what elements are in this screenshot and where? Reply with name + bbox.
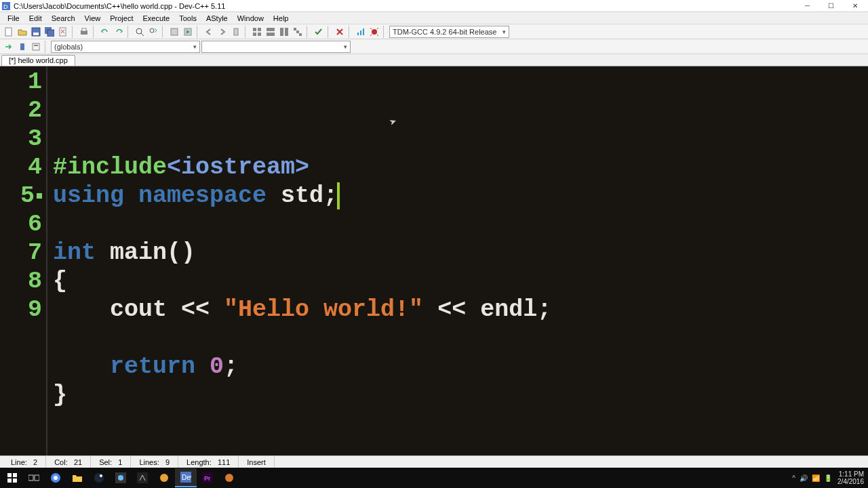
- debug-button[interactable]: [368, 26, 380, 38]
- toolbar-classes: (globals): [0, 39, 868, 54]
- back-button[interactable]: [203, 26, 215, 38]
- svg-rect-26: [357, 33, 359, 35]
- toolbar-separator: [307, 26, 310, 38]
- close-file-button[interactable]: [57, 26, 69, 38]
- tray-chevron-icon[interactable]: ^: [792, 474, 795, 482]
- save-button[interactable]: [30, 26, 42, 38]
- maximize-button[interactable]: ☐: [819, 0, 843, 12]
- cursor-icon: ➤: [385, 108, 402, 137]
- svg-point-41: [94, 473, 104, 483]
- check-button[interactable]: [313, 26, 325, 38]
- print-button[interactable]: [78, 26, 90, 38]
- tray-battery-icon[interactable]: 🔋: [824, 474, 832, 482]
- compiler-select[interactable]: TDM-GCC 4.9.2 64-bit Release: [389, 26, 509, 38]
- svg-point-42: [100, 474, 102, 477]
- tray-network-icon[interactable]: 📶: [812, 474, 820, 482]
- open-button[interactable]: [16, 26, 28, 38]
- find-button[interactable]: [134, 26, 146, 38]
- menu-search[interactable]: Search: [47, 13, 80, 24]
- file-tab[interactable]: [*] hello world.cpp: [1, 55, 75, 66]
- app-icon: D: [1, 1, 11, 11]
- devcpp-taskbar-icon[interactable]: Dev: [175, 468, 197, 487]
- menu-edit[interactable]: Edit: [24, 13, 47, 24]
- stop-button[interactable]: [334, 26, 346, 38]
- app3-icon[interactable]: [153, 468, 175, 487]
- task-view-button[interactable]: [23, 468, 45, 487]
- menu-view[interactable]: View: [80, 13, 106, 24]
- toolbar-main: TDM-GCC 4.9.2 64-bit Release: [0, 24, 868, 39]
- grid1-icon[interactable]: [251, 26, 263, 38]
- bookmark-button[interactable]: [230, 26, 242, 38]
- premiere-icon[interactable]: Pr: [197, 468, 218, 487]
- forward-button[interactable]: [216, 26, 229, 38]
- app1-icon[interactable]: [110, 468, 132, 487]
- goto-button[interactable]: [3, 41, 15, 53]
- profile-button[interactable]: [355, 26, 367, 38]
- toolbar-separator: [383, 26, 387, 38]
- svg-rect-28: [363, 28, 364, 35]
- start-button[interactable]: [1, 468, 23, 487]
- taskbar: Dev Pr ^ 🔊 📶 🔋 1:11 PM 2/4/2016: [0, 468, 868, 488]
- compile-button[interactable]: [168, 26, 180, 38]
- status-length: Length: 111: [178, 456, 239, 468]
- redo-button[interactable]: [113, 26, 125, 38]
- svg-rect-14: [234, 28, 238, 35]
- new-file-button[interactable]: [3, 26, 15, 38]
- svg-point-44: [118, 475, 123, 481]
- grid2-icon[interactable]: [264, 26, 277, 38]
- svg-point-40: [54, 476, 58, 480]
- svg-rect-16: [258, 28, 261, 31]
- svg-rect-22: [285, 28, 288, 36]
- svg-rect-9: [82, 28, 86, 31]
- status-mode: Insert: [239, 456, 275, 468]
- toolbar-separator: [245, 26, 248, 38]
- window-title: C:\Users\Jacob\Documents\C++\hello world…: [14, 2, 795, 10]
- app2-icon[interactable]: [132, 468, 153, 487]
- scope-select[interactable]: (globals): [51, 41, 200, 53]
- chrome-icon[interactable]: [45, 468, 66, 487]
- menu-file[interactable]: File: [3, 13, 24, 24]
- line-gutter: 123456789: [0, 66, 47, 455]
- bookmark2-button[interactable]: [16, 41, 28, 53]
- svg-rect-19: [267, 28, 275, 31]
- svg-rect-23: [294, 28, 296, 30]
- tray-volume-icon[interactable]: 🔊: [800, 474, 808, 482]
- minimize-button[interactable]: ─: [795, 0, 819, 12]
- menu-execute[interactable]: Execute: [138, 13, 174, 24]
- steam-icon[interactable]: [88, 468, 110, 487]
- run-button[interactable]: [182, 26, 194, 38]
- svg-rect-4: [33, 33, 39, 35]
- menu-project[interactable]: Project: [105, 13, 138, 24]
- svg-rect-18: [258, 33, 261, 36]
- undo-button[interactable]: [99, 26, 111, 38]
- window-controls: ─ ☐ ✕: [795, 0, 867, 12]
- code-area[interactable]: ➤ #include<iostream>using namespace std;…: [47, 66, 868, 455]
- taskbar-clock[interactable]: 1:11 PM 2/4/2016: [837, 470, 867, 485]
- replace-button[interactable]: [147, 26, 159, 38]
- menu-tools[interactable]: Tools: [174, 13, 201, 24]
- status-line: Line: 2: [3, 456, 46, 468]
- svg-rect-37: [28, 475, 33, 481]
- svg-point-51: [225, 474, 233, 482]
- app4-icon[interactable]: [218, 468, 240, 487]
- member-select[interactable]: [201, 41, 351, 53]
- system-tray[interactable]: ^ 🔊 📶 🔋: [787, 474, 837, 482]
- menu-window[interactable]: Window: [233, 13, 269, 24]
- grid3-icon[interactable]: [278, 26, 290, 38]
- explorer-icon[interactable]: [66, 468, 88, 487]
- menu-help[interactable]: Help: [269, 13, 294, 24]
- svg-rect-32: [34, 45, 38, 46]
- toolbar-separator: [93, 26, 96, 38]
- class-browser-button[interactable]: [30, 41, 42, 53]
- svg-rect-31: [33, 43, 39, 50]
- save-all-button[interactable]: [43, 26, 56, 38]
- svg-rect-38: [35, 475, 39, 481]
- editor[interactable]: 123456789 ➤ #include<iostream>using name…: [0, 66, 868, 455]
- grid4-icon[interactable]: [292, 26, 304, 38]
- svg-text:Pr: Pr: [204, 475, 210, 482]
- close-button[interactable]: ✕: [843, 0, 867, 12]
- svg-rect-24: [296, 30, 299, 33]
- svg-point-11: [150, 28, 154, 33]
- menu-astyle[interactable]: AStyle: [201, 13, 233, 24]
- svg-rect-36: [13, 479, 17, 483]
